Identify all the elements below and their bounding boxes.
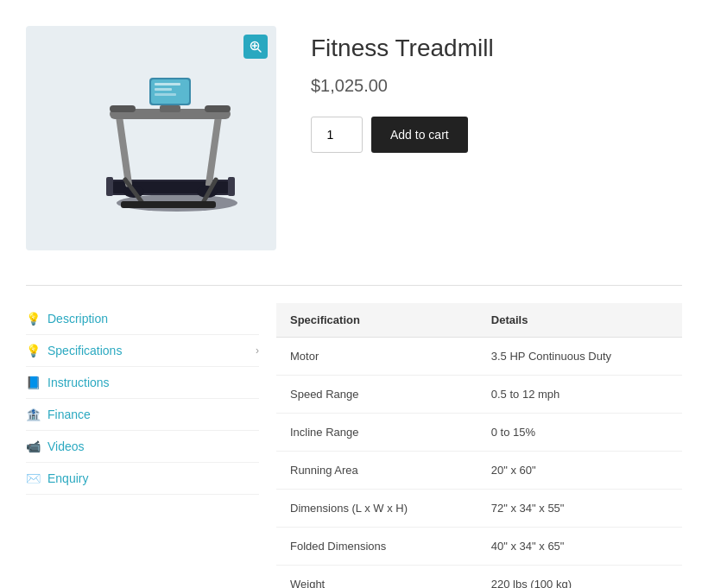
svg-rect-10 <box>205 110 223 187</box>
spec-value-cell: 20" x 60" <box>477 452 682 490</box>
spec-name-cell: Speed Range <box>276 376 477 414</box>
spec-name-cell: Weight <box>276 566 477 589</box>
table-row: Folded Dimensions 40" x 34" x 65" <box>276 528 682 566</box>
chevron-right-icon: › <box>256 345 259 357</box>
product-price: $1,025.00 <box>311 76 682 96</box>
table-row: Weight 220 lbs (100 kg) <box>276 566 682 589</box>
specs-header-row: Specification Details <box>276 303 682 338</box>
nav-label-videos: Videos <box>47 439 85 453</box>
nav-item-instructions[interactable]: 📘 Instructions <box>26 367 259 399</box>
nav-label-description: Description <box>47 312 108 326</box>
product-info: Fitness Treadmill $1,025.00 Add to cart <box>311 26 682 250</box>
details-col-header: Details <box>477 303 682 338</box>
table-row: Running Area 20" x 60" <box>276 452 682 490</box>
product-image-container <box>26 26 276 250</box>
treadmill-image <box>56 52 246 224</box>
spec-value-cell: 0 to 15% <box>477 414 682 452</box>
nav-item-specifications[interactable]: 💡 Specifications › <box>26 335 259 367</box>
finance-icon: 🏦 <box>26 408 41 421</box>
quantity-input[interactable] <box>311 117 363 153</box>
svg-rect-19 <box>160 105 180 112</box>
table-row: Dimensions (L x W x H) 72" x 34" x 55" <box>276 490 682 528</box>
specs-table: Specification Details Motor 3.5 HP Conti… <box>276 303 682 588</box>
spec-value-cell: 220 lbs (100 kg) <box>477 566 682 589</box>
spec-name-cell: Motor <box>276 338 477 376</box>
svg-rect-12 <box>110 105 136 112</box>
nav-label-enquiry: Enquiry <box>47 471 88 485</box>
spec-value-cell: 0.5 to 12 mph <box>477 376 682 414</box>
spec-value-cell: 3.5 HP Continuous Duty <box>477 338 682 376</box>
specifications-icon: 💡 <box>26 344 41 357</box>
videos-icon: 📹 <box>26 439 41 453</box>
nav-item-enquiry[interactable]: ✉️ Enquiry <box>26 463 259 495</box>
description-icon: 💡 <box>26 312 41 326</box>
svg-rect-16 <box>155 83 180 85</box>
svg-line-1 <box>258 49 262 53</box>
lower-section: 💡 Description 💡 Specifications › 📘 Instr… <box>26 285 682 588</box>
spec-name-cell: Folded Dimensions <box>276 528 477 566</box>
add-to-cart-row: Add to cart <box>311 117 682 153</box>
spec-name-cell: Running Area <box>276 452 477 490</box>
add-to-cart-button[interactable]: Add to cart <box>371 117 468 153</box>
svg-rect-13 <box>205 105 231 112</box>
instructions-icon: 📘 <box>26 376 41 389</box>
spec-name-cell: Dimensions (L x W x H) <box>276 490 477 528</box>
svg-rect-7 <box>106 177 113 196</box>
table-row: Motor 3.5 HP Continuous Duty <box>276 338 682 376</box>
svg-rect-8 <box>228 177 235 196</box>
nav-item-description[interactable]: 💡 Description <box>26 303 259 335</box>
spec-value-cell: 40" x 34" x 65" <box>477 528 682 566</box>
nav-item-finance[interactable]: 🏦 Finance <box>26 399 259 431</box>
zoom-button[interactable] <box>243 35 268 59</box>
spec-value-cell: 72" x 34" x 55" <box>477 490 682 528</box>
product-title: Fitness Treadmill <box>311 35 682 62</box>
svg-rect-18 <box>155 93 176 96</box>
nav-item-videos[interactable]: 📹 Videos <box>26 431 259 463</box>
svg-rect-9 <box>115 110 132 187</box>
nav-label-specifications: Specifications <box>47 344 122 357</box>
table-row: Incline Range 0 to 15% <box>276 414 682 452</box>
nav-label-instructions: Instructions <box>47 376 110 389</box>
table-row: Speed Range 0.5 to 12 mph <box>276 376 682 414</box>
spec-col-header: Specification <box>276 303 477 338</box>
left-nav: 💡 Description 💡 Specifications › 📘 Instr… <box>26 303 276 588</box>
spec-name-cell: Incline Range <box>276 414 477 452</box>
svg-rect-24 <box>121 201 216 208</box>
specs-container: Specification Details Motor 3.5 HP Conti… <box>276 303 682 588</box>
svg-rect-17 <box>155 88 172 91</box>
nav-label-finance: Finance <box>47 408 91 421</box>
enquiry-icon: ✉️ <box>26 471 41 485</box>
